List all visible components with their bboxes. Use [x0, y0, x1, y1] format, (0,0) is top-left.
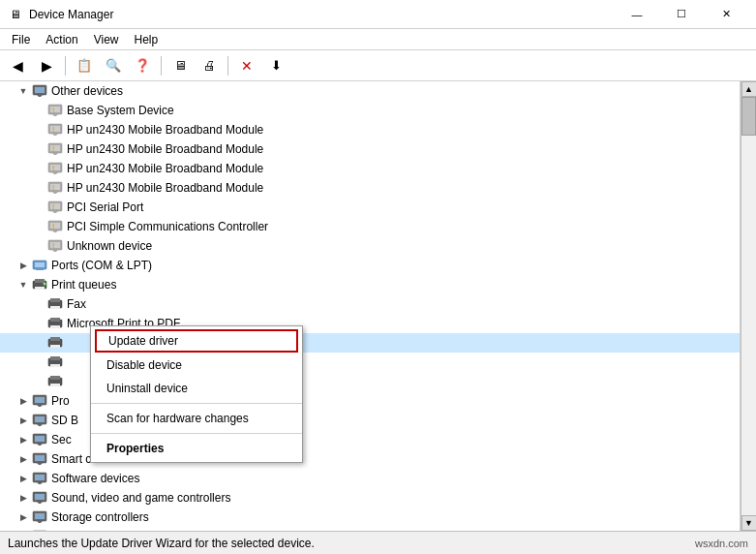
pci-simple-icon: ! [46, 219, 64, 234]
ctx-update-driver[interactable]: Update driver [95, 329, 298, 353]
maximize-button[interactable]: ☐ [659, 0, 704, 29]
expand-software-devices[interactable]: ▶ [15, 471, 31, 486]
scroll-thumb[interactable] [741, 97, 756, 136]
tree-item-hp3[interactable]: ▶ ! HP un2430 Mobile Broadband Module [0, 159, 740, 178]
ms-print-icon [46, 316, 64, 331]
tree-item-base-system-device[interactable]: ▶ ! Base System Device [0, 101, 740, 120]
tree-item-software-devices[interactable]: ▶ Software devices [0, 469, 740, 488]
forward-button[interactable]: ▶ [33, 53, 60, 78]
system-devices-label: System devices [51, 530, 133, 531]
tree-item-pci-simple[interactable]: ▶ ! PCI Simple Communications Controller [0, 217, 740, 236]
svg-marker-59 [37, 405, 43, 407]
tree-item-other-devices[interactable]: ▼ Other devices [0, 81, 740, 101]
scroll-up-button[interactable]: ▲ [741, 81, 757, 97]
tree-item-sound-video[interactable]: ▶ Sound, video and game controllers [0, 488, 740, 508]
svg-marker-9 [52, 134, 58, 136]
ctx-scan-hardware[interactable]: Scan for hardware changes [91, 407, 302, 430]
software-devices-label: Software devices [51, 472, 139, 485]
svg-rect-70 [35, 475, 45, 480]
other-devices-icon [31, 83, 48, 99]
ctx-uninstall-device[interactable]: Uninstall device [91, 377, 302, 400]
svg-rect-43 [50, 298, 60, 302]
back-button[interactable]: ◀ [4, 53, 31, 78]
fax-icon [46, 296, 64, 312]
menu-file[interactable]: File [4, 31, 38, 48]
ctx-disable-device[interactable]: Disable device [91, 354, 302, 377]
expand-other-devices[interactable]: ▼ [15, 83, 31, 99]
svg-text:!: ! [52, 165, 54, 171]
menu-view[interactable]: View [86, 31, 127, 48]
expand-sound-video[interactable]: ▶ [15, 490, 31, 506]
svg-rect-47 [50, 325, 60, 328]
device-tree[interactable]: ▼ Other devices ▶ ! Base System Device ▶… [0, 81, 741, 531]
svg-text:!: ! [52, 145, 54, 152]
ctx-properties[interactable]: Properties [91, 437, 302, 460]
scroll-track[interactable] [741, 97, 756, 515]
vertical-scrollbar[interactable]: ▲ ▼ [741, 81, 756, 531]
svg-marker-29 [52, 231, 58, 232]
svg-rect-40 [35, 287, 45, 290]
expand-system-devices[interactable]: ▶ [15, 529, 31, 531]
svg-rect-46 [50, 318, 60, 322]
toolbar: ◀ ▶ 📋 🔍 ❓ 🖥 🖨 ✕ ⬇ [0, 50, 756, 81]
add-legacy-button[interactable]: 🖨 [196, 53, 223, 78]
update-driver-software-button[interactable]: ⬇ [262, 53, 289, 78]
update-driver-toolbar-button[interactable]: 🔍 [100, 53, 127, 78]
svg-text:!: ! [52, 126, 54, 133]
expand-sd[interactable]: ▶ [15, 413, 31, 428]
help-button[interactable]: ❓ [129, 53, 156, 78]
base-system-device-label: Base System Device [67, 104, 174, 117]
tree-item-print-queues[interactable]: ▼ Print queues [0, 275, 740, 294]
hp1-label: HP un2430 Mobile Broadband Module [67, 123, 263, 137]
hp3-label: HP un2430 Mobile Broadband Module [67, 162, 263, 175]
print-queues-icon [31, 277, 48, 292]
tree-item-hp2[interactable]: ▶ ! HP un2430 Mobile Broadband Module [0, 139, 740, 159]
printer3-icon [46, 374, 64, 389]
sd-icon [31, 413, 48, 428]
hp4-label: HP un2430 Mobile Broadband Module [67, 181, 263, 195]
svg-text:!: ! [52, 184, 54, 191]
expand-sec[interactable]: ▶ [15, 432, 31, 447]
svg-rect-53 [50, 364, 60, 367]
svg-marker-71 [37, 482, 43, 484]
expand-pro[interactable]: ▶ [15, 393, 31, 409]
pro-label: Pro [51, 394, 70, 408]
expand-ports[interactable]: ▶ [15, 258, 31, 273]
tree-item-system-devices[interactable]: ▶ System devices [0, 527, 740, 531]
properties-button[interactable]: 📋 [71, 53, 98, 78]
ports-icon [31, 258, 48, 273]
minimize-button[interactable]: — [615, 0, 659, 29]
hp4-icon: ! [46, 180, 64, 196]
ctx-separator-1 [91, 403, 302, 404]
sound-video-label: Sound, video and game controllers [51, 491, 230, 505]
tree-item-ports[interactable]: ▶ Ports (COM & LPT) [0, 256, 740, 275]
tree-item-hp1[interactable]: ▶ ! HP un2430 Mobile Broadband Module [0, 120, 740, 139]
tree-item-unknown-device[interactable]: ▶ ! Unknown device [0, 236, 740, 256]
other-devices-label: Other devices [51, 84, 123, 98]
tree-item-pci-serial[interactable]: ▶ ! PCI Serial Port [0, 198, 740, 217]
expand-print-queues[interactable]: ▼ [15, 277, 31, 292]
uninstall-device-toolbar-button[interactable]: ✕ [233, 53, 260, 78]
close-button[interactable]: ✕ [704, 0, 748, 29]
base-system-device-icon: ! [46, 103, 64, 118]
svg-marker-33 [52, 250, 58, 252]
status-text: Launches the Update Driver Wizard for th… [8, 537, 695, 550]
status-right: wsxdn.com [695, 538, 748, 549]
main-area: ▼ Other devices ▶ ! Base System Device ▶… [0, 81, 756, 531]
svg-marker-65 [37, 444, 43, 446]
tree-item-fax[interactable]: ▶ Fax [0, 294, 740, 314]
pro-icon [31, 393, 48, 409]
expand-storage[interactable]: ▶ [15, 509, 31, 525]
status-bar: Launches the Update Driver Wizard for th… [0, 531, 756, 554]
scroll-down-button[interactable]: ▼ [741, 515, 757, 531]
scan-hardware-button[interactable]: 🖥 [166, 53, 194, 78]
printer2-icon [46, 354, 64, 370]
svg-marker-68 [37, 463, 43, 465]
unknown-device-label: Unknown device [67, 239, 152, 253]
tree-item-hp4[interactable]: ▶ ! HP un2430 Mobile Broadband Module [0, 178, 740, 198]
svg-rect-56 [50, 384, 60, 386]
expand-smart-card[interactable]: ▶ [15, 451, 31, 467]
tree-item-storage[interactable]: ▶ Storage controllers [0, 508, 740, 527]
menu-help[interactable]: Help [127, 31, 166, 48]
menu-action[interactable]: Action [38, 31, 85, 48]
